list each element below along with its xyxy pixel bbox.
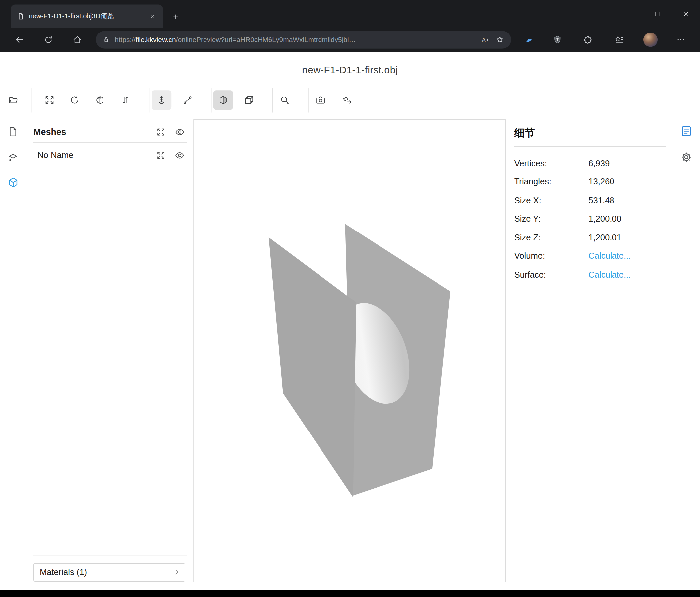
meshes-header-row: Meshes — [33, 121, 187, 142]
measure-line-icon — [182, 95, 193, 105]
maximize-button[interactable] — [643, 0, 672, 28]
extensions-button[interactable] — [579, 31, 596, 48]
url-bar[interactable]: https://file.kkview.cn/onlinePreview?url… — [96, 31, 511, 49]
translate-extension-button[interactable] — [521, 31, 538, 48]
refresh-icon — [44, 35, 53, 44]
bird-extension-icon — [524, 35, 534, 45]
toolbar-separator — [211, 88, 211, 113]
back-button[interactable] — [10, 31, 27, 48]
detail-value: 13,260 — [588, 177, 614, 187]
page-title: new-F1-D1-1-first.obj — [0, 64, 700, 76]
screenshot-button[interactable] — [310, 90, 330, 110]
detail-row-surface: Surface: Calculate... — [515, 265, 666, 284]
detail-row-volume: Volume: Calculate... — [515, 247, 666, 265]
browser-menu-button[interactable] — [672, 31, 689, 48]
tampermonkey-extension-button[interactable]: T — [549, 31, 566, 48]
bottom-bar — [0, 590, 700, 597]
rotate-button[interactable] — [65, 90, 84, 110]
detail-value: 1,200.01 — [588, 233, 621, 243]
meshes-visibility-button[interactable] — [174, 126, 185, 138]
measure-button[interactable] — [178, 90, 197, 110]
detail-label: Vertices: — [515, 159, 589, 168]
export-icon — [341, 95, 352, 105]
window-controls — [614, 0, 700, 28]
detail-label: Size X: — [515, 196, 589, 206]
url-text: https://file.kkview.cn/onlinePreview?url… — [115, 36, 477, 44]
expand-arrows-icon — [156, 150, 166, 160]
model-cube-icon — [7, 176, 19, 188]
details-panel-button[interactable] — [678, 123, 694, 139]
magnifier-icon — [279, 95, 290, 105]
vertical-arrows-icon — [120, 95, 131, 105]
close-button[interactable] — [672, 0, 700, 28]
tab-close-icon[interactable] — [147, 10, 158, 22]
mesh-visibility-button[interactable] — [174, 149, 185, 161]
star-icon — [496, 35, 504, 44]
detail-row-size-z: Size Z: 1,200.01 — [515, 228, 666, 247]
model-viewport[interactable] — [193, 119, 506, 582]
viewer-toolbar — [0, 88, 700, 113]
file-panel-button[interactable] — [5, 124, 21, 140]
zoom-measure-button[interactable] — [275, 90, 295, 110]
plus-icon — [172, 13, 179, 20]
open-file-button[interactable] — [4, 90, 23, 110]
url-domain: file.kkview.cn — [135, 36, 176, 44]
favorite-star-button[interactable] — [493, 32, 508, 47]
tab-file-icon — [17, 12, 25, 20]
export-button[interactable] — [337, 90, 357, 110]
browser-window: new-F1-D1-1-first.obj3D预览 — [0, 0, 700, 597]
maximize-icon — [654, 10, 661, 18]
home-button[interactable] — [69, 31, 85, 48]
toolbar-separator — [149, 88, 149, 113]
mesh-list-item[interactable]: No Name — [33, 143, 187, 167]
materials-button[interactable]: Materials (1) — [33, 563, 185, 582]
document-icon — [7, 126, 19, 138]
more-dots-icon — [676, 35, 685, 44]
lock-icon[interactable] — [102, 36, 110, 44]
detail-label: Size Z: — [515, 233, 589, 243]
detail-label: Surface: — [515, 270, 589, 280]
detail-label: Size Y: — [515, 214, 589, 224]
materials-panel-button[interactable] — [5, 149, 21, 165]
open-file-icon — [8, 95, 19, 105]
settings-button[interactable] — [678, 149, 694, 165]
url-path: /onlinePreview?url=aHR0cHM6Ly9maWxlLmtrd… — [176, 36, 356, 44]
new-tab-button[interactable] — [169, 10, 182, 23]
3d-model-render — [194, 120, 505, 582]
titlebar: new-F1-D1-1-first.obj3D预览 — [0, 0, 700, 28]
perspective-view-button[interactable] — [214, 90, 233, 110]
meshes-fit-button[interactable] — [155, 126, 166, 138]
shield-t-icon: T — [553, 35, 563, 45]
fit-view-button[interactable] — [40, 90, 59, 110]
calculate-volume-link[interactable]: Calculate... — [588, 252, 631, 261]
flip-vertical-button[interactable] — [116, 90, 135, 110]
svg-text:A: A — [481, 37, 485, 43]
detail-value: 1,200.00 — [588, 214, 621, 224]
rotate-axis-icon — [95, 95, 105, 105]
refresh-button[interactable] — [40, 31, 57, 48]
detail-row-vertices: Vertices: 6,939 — [515, 154, 666, 173]
read-aloud-button[interactable]: A — [477, 32, 493, 47]
model-panel-button[interactable] — [5, 175, 21, 190]
camera-icon — [315, 95, 326, 105]
browser-tab[interactable]: new-F1-D1-1-first.obj3D预览 — [10, 4, 163, 27]
details-rows: Vertices: 6,939 Triangles: 13,260 Size X… — [515, 154, 666, 284]
detail-label: Volume: — [515, 252, 589, 261]
mesh-name: No Name — [38, 150, 148, 160]
meshes-panel: Meshes No Name — [33, 121, 187, 167]
mesh-fit-button[interactable] — [155, 149, 166, 161]
ortho-view-button[interactable] — [239, 90, 259, 110]
minimize-button[interactable] — [614, 0, 643, 28]
move-button[interactable] — [152, 90, 171, 110]
detail-value: 531.48 — [588, 196, 614, 206]
details-list-icon — [680, 125, 692, 137]
rotate-axis-button[interactable] — [90, 90, 110, 110]
favorites-hub-button[interactable] — [611, 31, 628, 48]
calculate-surface-link[interactable]: Calculate... — [588, 270, 631, 280]
shield-letter: T — [556, 37, 559, 42]
details-panel: 细节 Vertices: 6,939 Triangles: 13,260 Siz… — [515, 126, 666, 284]
chevron-right-icon — [173, 569, 181, 576]
avatar[interactable] — [643, 32, 657, 47]
materials-icon — [7, 151, 19, 163]
puzzle-icon — [583, 35, 592, 44]
